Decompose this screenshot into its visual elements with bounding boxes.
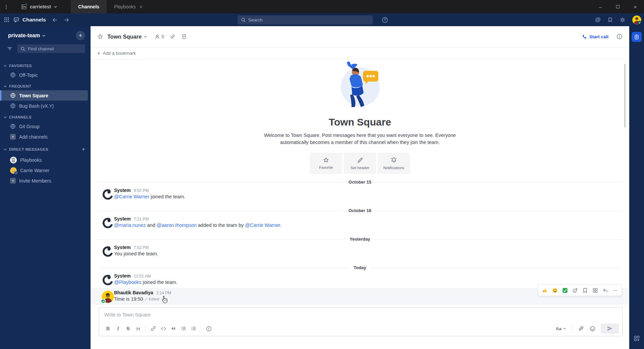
sidebar-item-git-group[interactable]: Git Group (0, 121, 88, 132)
maximize-button[interactable] (609, 0, 627, 13)
channel-name-menu[interactable]: Town Square (107, 34, 147, 40)
global-search[interactable] (237, 15, 373, 24)
link-icon (151, 326, 156, 331)
message-input[interactable] (104, 312, 617, 317)
add-bookmark-button[interactable]: + Add a bookmark (91, 47, 629, 59)
server-selector[interactable]: carrietest (21, 4, 57, 10)
code-button[interactable] (158, 324, 168, 333)
user-mention-link[interactable]: @Carrie Warner (114, 194, 149, 199)
channel-info-icon[interactable] (616, 34, 623, 40)
sidebar-item-carrie-warner[interactable]: Carrie Warner (0, 165, 88, 176)
message-row[interactable]: System7:52 PMYou joined the team. (91, 243, 629, 259)
heading-button[interactable]: H (133, 324, 143, 333)
add-direct-message-button[interactable]: + (82, 146, 85, 153)
message-author[interactable]: System (114, 273, 131, 279)
sidebar-item-playbooks[interactable]: Playbooks (0, 155, 88, 165)
favorite-star-icon[interactable] (97, 34, 103, 40)
intro-action-set-header[interactable]: Set header (344, 153, 376, 174)
find-channel-input[interactable] (28, 46, 82, 51)
intro-action-favorite[interactable]: Favorite (310, 153, 342, 174)
add-reaction-button[interactable] (570, 286, 580, 295)
at-mentions-icon[interactable]: @ (595, 16, 601, 23)
start-call-button[interactable]: Start call (582, 34, 608, 39)
date-divider: Yesterday (91, 236, 629, 243)
product-switcher-icon[interactable] (0, 17, 13, 22)
quote-button[interactable] (168, 324, 178, 333)
sidebar-item-town-square[interactable]: Town Square (0, 90, 88, 101)
find-channel-box[interactable] (17, 44, 85, 53)
window-tab-channels[interactable]: Channels (71, 0, 107, 13)
emoji-picker-button[interactable] (587, 324, 597, 333)
scrollbar-thumb[interactable] (624, 64, 626, 128)
message-avatar[interactable] (102, 274, 114, 286)
message-list[interactable]: Town Square Welcome to Town Square. Post… (91, 59, 629, 306)
user-avatar[interactable] (632, 15, 641, 24)
window-tab-playbooks[interactable]: Playbooks (107, 0, 150, 13)
playbooks-app-icon[interactable] (632, 32, 642, 42)
link-button[interactable] (148, 324, 158, 333)
channel-files-icon[interactable] (181, 34, 187, 39)
send-message-button[interactable] (601, 323, 619, 334)
attach-file-button[interactable] (576, 324, 586, 333)
quick-reaction-thumbs-up-emoji[interactable] (540, 286, 549, 295)
section-header-favorites[interactable]: FAVORITES (0, 60, 91, 70)
date-divider: Today (91, 264, 629, 271)
more-actions-button[interactable] (610, 286, 620, 295)
message-avatar[interactable] (102, 291, 114, 303)
message-author[interactable]: System (114, 245, 131, 250)
numbered-list-button[interactable]: 123 (189, 324, 199, 333)
sidebar-item-invite-members[interactable]: +Invite Members (0, 176, 88, 186)
message-author[interactable]: Bhautik Bavadiya (114, 290, 153, 295)
pinned-posts-icon[interactable] (170, 34, 175, 39)
search-input[interactable] (248, 17, 370, 22)
quick-reaction-grinning-emoji[interactable] (550, 286, 559, 295)
section-header-direct-messages[interactable]: DIRECT MESSAGES+ (0, 142, 91, 155)
history-back-icon[interactable] (52, 17, 58, 23)
user-mention-link[interactable]: @aaron.thompson (157, 222, 197, 228)
settings-gear-icon[interactable] (620, 17, 626, 23)
intro-action-notifications[interactable]: Notifications (378, 153, 410, 174)
close-tab-icon[interactable] (139, 5, 143, 9)
window-menu-icon[interactable] (0, 4, 12, 9)
minimize-button[interactable]: – (592, 0, 609, 13)
message-avatar[interactable] (102, 217, 114, 229)
app-marketplace-icon[interactable] (634, 335, 640, 342)
close-button[interactable]: × (627, 0, 644, 13)
user-mention-link[interactable]: @maria.nunez (114, 222, 146, 228)
team-menu[interactable]: private-team (8, 33, 46, 39)
sidebar-item-off-topic[interactable]: Off-Topic (0, 70, 88, 80)
section-header-channels[interactable]: CHANNELS (0, 111, 91, 121)
section-header-frequent[interactable]: FREQUENT (0, 80, 91, 90)
message-author[interactable]: System (114, 188, 131, 193)
message-author[interactable]: System (114, 216, 131, 221)
message-composer[interactable]: BISH123 Aa (99, 307, 623, 336)
priority-button[interactable] (204, 324, 214, 333)
message-row[interactable]: Bhautik Bavadiya2:14 PMTime is 19:50Edit… (91, 288, 629, 305)
message-avatar[interactable] (102, 245, 114, 258)
bold-button[interactable]: B (103, 324, 113, 333)
strikethrough-button[interactable]: S (123, 324, 133, 333)
message-avatar[interactable] (102, 188, 114, 201)
italic-button[interactable]: I (113, 324, 123, 333)
edited-label: Edited (149, 297, 159, 301)
sidebar-item-add-channels[interactable]: +Add channels (0, 132, 88, 142)
window-titlebar: carrietest ChannelsPlaybooks – × (0, 0, 644, 13)
reply-button[interactable] (600, 286, 610, 295)
channel-filter-icon[interactable] (5, 44, 15, 53)
bulleted-list-button[interactable] (178, 324, 189, 333)
message-actions-button[interactable] (590, 286, 600, 295)
save-message-button[interactable] (580, 286, 590, 295)
show-formatting-button[interactable]: Aa (554, 325, 568, 333)
globe-icon (10, 123, 16, 129)
saved-posts-icon[interactable] (607, 17, 613, 22)
member-count-button[interactable]: 5 (155, 34, 164, 39)
message-row[interactable]: System9:52 PM@Carrie Warner joined the t… (91, 186, 629, 202)
add-channel-button[interactable]: + (76, 31, 85, 40)
history-forward-icon[interactable] (64, 17, 69, 23)
message-row[interactable]: System7:21 PM@maria.nunez and @aaron.tho… (91, 214, 629, 231)
sidebar-item-bug-bash-vx-y-[interactable]: Bug Bash (vX.Y) (0, 101, 88, 111)
quick-reaction-check-emoji[interactable] (560, 286, 570, 295)
user-mention-link[interactable]: @Carrie Warner (245, 222, 280, 228)
help-icon[interactable]: ? (382, 17, 388, 23)
user-mention-link[interactable]: @Playbooks (114, 280, 142, 285)
